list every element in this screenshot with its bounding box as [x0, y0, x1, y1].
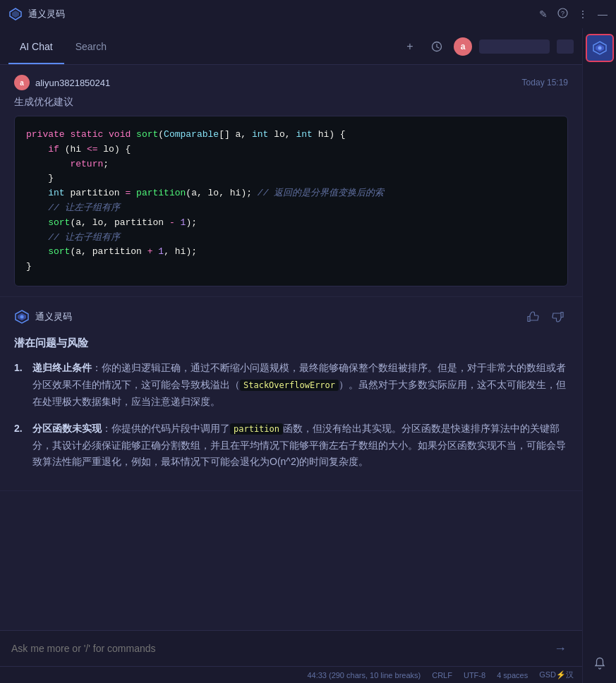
- tab-search[interactable]: Search: [64, 28, 118, 64]
- user-text: 生成优化建议: [14, 96, 568, 109]
- history-button[interactable]: [427, 37, 447, 56]
- svg-point-7: [20, 315, 24, 318]
- tab-rect: [557, 40, 574, 54]
- status-extra: GSD⚡汉: [539, 670, 574, 680]
- help-icon[interactable]: ?: [557, 8, 568, 20]
- status-line-ending: CRLF: [432, 671, 452, 679]
- tab-ai-chat[interactable]: AI Chat: [8, 28, 64, 64]
- user-avatar[interactable]: a: [454, 37, 472, 56]
- content-area: AI Chat Search + a: [0, 28, 582, 683]
- chat-input[interactable]: [11, 643, 543, 654]
- like-button[interactable]: [523, 307, 543, 327]
- message-time: Today 15:19: [522, 78, 568, 87]
- ai-message-header: 通义灵码: [14, 307, 568, 327]
- ai-response-list: 1. 递归终止条件：你的递归逻辑正确，通过不断缩小问题规模，最终能够确保整个数组…: [14, 360, 568, 471]
- app-title: 通义灵码: [28, 8, 65, 20]
- status-position: 44:33 (290 chars, 10 line breaks): [307, 671, 421, 679]
- message-header: a aliyun3821850241 Today 15:19: [14, 75, 568, 90]
- ai-content: 潜在问题与风险 1. 递归终止条件：你的递归逻辑正确，通过不断缩小问题规模，最终…: [14, 334, 568, 471]
- svg-marker-1: [12, 11, 19, 18]
- ai-logo-icon: [14, 309, 30, 325]
- input-area: →: [0, 630, 582, 666]
- tab-actions: + a: [400, 37, 574, 56]
- list-item-2: 2. 分区函数未实现：你提供的代码片段中调用了partition函数，但没有给出…: [14, 421, 568, 471]
- status-indent: 4 spaces: [497, 671, 528, 679]
- sidebar-ai-icon[interactable]: [586, 34, 614, 62]
- message-sender: a aliyun3821850241: [14, 75, 110, 90]
- status-encoding: UTF-8: [464, 671, 485, 679]
- dislike-button[interactable]: [548, 307, 568, 327]
- status-bar: 44:33 (290 chars, 10 line breaks) CRLF U…: [0, 666, 582, 683]
- tabs-bar: AI Chat Search + a: [0, 28, 582, 65]
- app-logo-icon: [8, 7, 23, 21]
- sender-name: aliyun3821850241: [35, 78, 110, 88]
- main-layout: AI Chat Search + a: [0, 28, 616, 683]
- ai-sender-name: 通义灵码: [35, 310, 72, 323]
- minimize-icon[interactable]: —: [598, 8, 608, 20]
- title-bar-left: 通义灵码: [8, 7, 65, 21]
- code-block: private static void sort(Comparable[] a,…: [14, 116, 568, 286]
- chat-messages[interactable]: a aliyun3821850241 Today 15:19 生成优化建议 pr…: [0, 65, 582, 630]
- edit-icon[interactable]: ✎: [539, 8, 548, 20]
- user-message: a aliyun3821850241 Today 15:19 生成优化建议 pr…: [0, 65, 582, 297]
- title-bar: 通义灵码 ✎ ? ⋮ —: [0, 0, 616, 28]
- list-item-1: 1. 递归终止条件：你的递归逻辑正确，通过不断缩小问题规模，最终能够确保整个数组…: [14, 360, 568, 410]
- ai-message: 通义灵码: [0, 297, 582, 491]
- sidebar-bell-icon[interactable]: [586, 649, 614, 677]
- send-button[interactable]: →: [550, 638, 571, 659]
- ai-message-actions: [523, 307, 568, 327]
- tab-placeholder: [479, 40, 550, 54]
- add-tab-button[interactable]: +: [400, 37, 420, 56]
- right-sidebar: [582, 28, 616, 683]
- svg-point-10: [598, 47, 601, 50]
- title-bar-actions: ✎ ? ⋮ —: [539, 8, 608, 20]
- more-icon[interactable]: ⋮: [578, 8, 588, 20]
- ai-sender: 通义灵码: [14, 309, 72, 325]
- sender-avatar: a: [14, 75, 30, 90]
- ai-section-title: 潜在问题与风险: [14, 334, 568, 352]
- svg-text:?: ?: [561, 10, 564, 17]
